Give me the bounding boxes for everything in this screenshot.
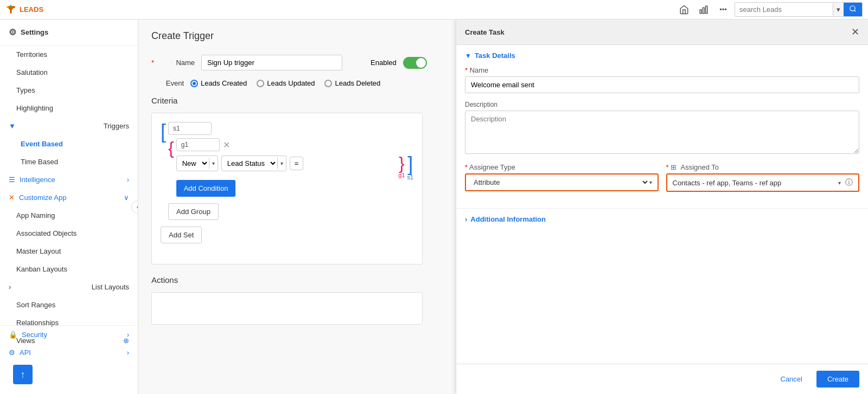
svg-point-2 (10, 5, 12, 7)
task-details-header[interactable]: ▼ Task Details (456, 45, 868, 66)
db-icon: ⊞ (671, 163, 676, 171)
assigned-to-input[interactable] (673, 179, 837, 187)
search-dropdown-button[interactable]: ▾ (833, 3, 844, 16)
name-input[interactable] (201, 55, 342, 70)
navbar: LEADS ••• ▾ (0, 0, 868, 20)
task-assigned-to-label: * ⊞ Assigned To (666, 163, 860, 171)
radio-leads-deleted-label: Leads Deleted (335, 79, 380, 87)
event-radio-group: Leads Created Leads Updated Leads Delete… (190, 79, 380, 87)
triggers-label: Triggers (104, 122, 129, 130)
search-submit-button[interactable] (844, 3, 862, 16)
assignee-type-arrow-icon: ▾ (649, 179, 652, 185)
task-description-textarea[interactable] (465, 111, 859, 154)
set-close-label: s1 (407, 174, 413, 180)
main-content: Create Trigger * Name Enabled Event Lead… (138, 20, 868, 394)
scroll-to-top-button[interactable]: ↑ (13, 365, 33, 384)
sidebar-item-territories[interactable]: Territories (0, 46, 138, 63)
sidebar-item-api[interactable]: ⚙ API › (0, 344, 138, 361)
security-expand-icon: › (127, 331, 129, 339)
svg-line-8 (854, 10, 856, 12)
condition-new-select[interactable]: New ▾ (176, 156, 218, 171)
enabled-label: Enabled (371, 59, 397, 67)
sidebar-item-intelligence[interactable]: ☰ Intelligence › (0, 171, 138, 189)
chart-button[interactable] (695, 2, 712, 18)
assigned-to-box: ▾ ⓘ (666, 173, 860, 192)
task-details-label: Task Details (475, 51, 515, 60)
search-container: ▾ (735, 2, 863, 17)
intelligence-expand-icon: › (127, 176, 129, 184)
task-panel-body: ▼ Task Details * Name Description (456, 45, 868, 364)
add-group-button[interactable]: Add Group (168, 203, 219, 220)
radio-leads-created-circle (190, 80, 198, 87)
sidebar-item-types[interactable]: Types (0, 81, 138, 99)
task-panel: Create Task ✕ ▼ Task Details * Name (456, 20, 868, 394)
sidebar-item-list-layouts[interactable]: › List Layouts (0, 278, 138, 296)
time-based-label: Time Based (21, 158, 58, 166)
sidebar-item-associated-objects[interactable]: Associated Objects (0, 224, 138, 242)
condition-field-select-input[interactable]: Lead Status (222, 156, 277, 171)
sidebar-item-master-layout[interactable]: Master Layout (0, 242, 138, 260)
list-layouts-expand-icon: › (9, 283, 11, 291)
customize-app-icon: ✕ (9, 193, 15, 202)
criteria-container: [ { ✕ (151, 113, 423, 264)
condition-new-arrow: ▾ (209, 158, 218, 169)
kanban-layouts-label: Kanban Layouts (16, 265, 67, 273)
radio-leads-updated-label: Leads Updated (267, 79, 315, 87)
svg-point-1 (7, 5, 9, 8)
sidebar-item-salutation[interactable]: Salutation (0, 63, 138, 81)
remove-group-button[interactable]: ✕ (223, 140, 230, 150)
radio-leads-deleted[interactable]: Leads Deleted (324, 79, 380, 87)
sidebar-header: ⚙ Settings (0, 20, 138, 46)
navbar-icons: ••• ▾ (676, 2, 863, 18)
assignee-type-box: Attribute ▾ (465, 173, 659, 191)
cancel-button[interactable]: Cancel (773, 371, 810, 387)
radio-leads-created-label: Leads Created (201, 79, 247, 87)
info-icon: ⓘ (845, 178, 853, 188)
create-button[interactable]: Create (816, 371, 859, 387)
task-panel-title: Create Task (465, 28, 505, 36)
radio-leads-updated[interactable]: Leads Updated (257, 79, 315, 87)
home-button[interactable] (676, 2, 692, 18)
condition-new-select-input[interactable]: New (177, 156, 209, 171)
add-condition-button[interactable]: Add Condition (176, 180, 236, 197)
sidebar-item-app-naming[interactable]: App Naming (0, 206, 138, 224)
task-panel-close-button[interactable]: ✕ (851, 26, 859, 38)
add-set-button[interactable]: Add Set (161, 227, 202, 243)
more-options-button[interactable]: ••• (715, 2, 731, 18)
task-description-label: Description (465, 101, 859, 108)
sidebar-item-customize-app[interactable]: ✕ Customize App ∨ (0, 189, 138, 206)
group-input[interactable] (176, 138, 220, 151)
sort-ranges-label: Sort Ranges (16, 301, 55, 309)
task-name-label: * Name (465, 66, 859, 74)
api-label: API (20, 348, 123, 357)
assignee-type-select[interactable]: Attribute (471, 178, 649, 187)
condition-row: New ▾ Lead Status ▾ (176, 156, 396, 171)
set-input[interactable] (168, 122, 212, 135)
additional-info-section[interactable]: › Additional Information (456, 208, 868, 230)
sidebar-item-event-based[interactable]: Event Based (0, 135, 138, 153)
enabled-toggle[interactable] (403, 57, 427, 69)
actions-container (151, 292, 423, 325)
customize-app-collapse-icon: ∨ (124, 193, 129, 202)
sidebar-item-security[interactable]: 🔒 Security › (0, 325, 138, 344)
radio-leads-created[interactable]: Leads Created (190, 79, 247, 87)
salutation-label: Salutation (16, 68, 48, 76)
outer-bracket-open: [ (161, 122, 166, 141)
list-layouts-label: List Layouts (92, 283, 129, 291)
highlighting-label: Highlighting (16, 104, 53, 112)
sidebar-item-kanban-layouts[interactable]: Kanban Layouts (0, 260, 138, 278)
sidebar-item-triggers[interactable]: ▼ Triggers (0, 117, 138, 135)
sidebar-item-time-based[interactable]: Time Based (0, 153, 138, 171)
task-name-input[interactable] (465, 76, 859, 93)
search-input[interactable] (735, 3, 833, 16)
condition-field-select[interactable]: Lead Status ▾ (221, 156, 286, 171)
group-bracket-open: { (168, 139, 174, 157)
sidebar-item-sort-ranges[interactable]: Sort Ranges (0, 296, 138, 314)
api-expand-icon: › (127, 348, 129, 357)
intelligence-label: Intelligence (20, 176, 123, 184)
intelligence-icon: ☰ (9, 176, 15, 184)
sidebar-item-highlighting[interactable]: Highlighting (0, 99, 138, 117)
svg-rect-4 (700, 10, 701, 14)
security-label: Security (22, 331, 123, 339)
condition-op: = (290, 157, 304, 170)
